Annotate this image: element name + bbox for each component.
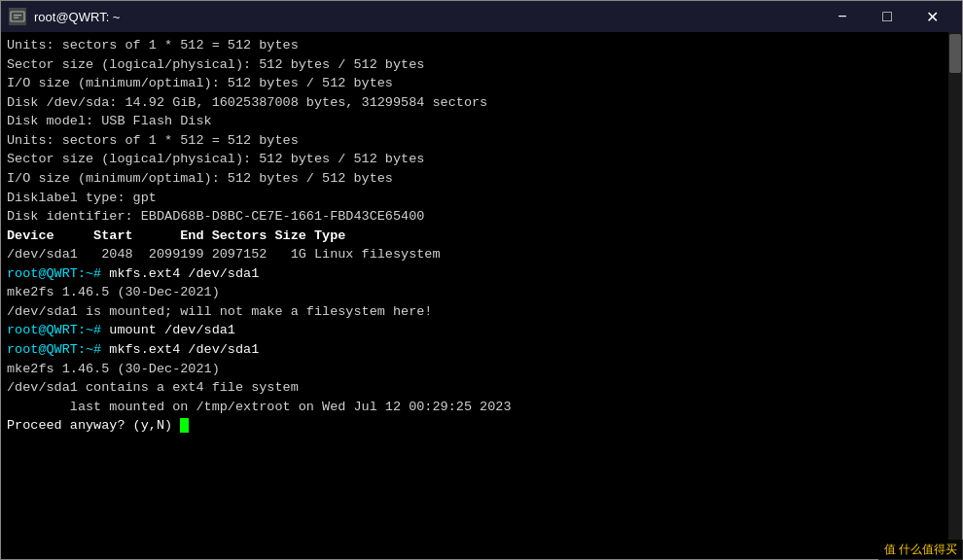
terminal-line: root@QWRT:~# umount /dev/sda1 — [7, 321, 945, 340]
terminal-line: Sector size (logical/physical): 512 byte… — [7, 55, 945, 75]
terminal-cursor — [180, 418, 189, 433]
terminal-line: Disklabel type: gpt — [7, 189, 945, 208]
svg-rect-0 — [11, 12, 24, 21]
terminal-line: /dev/sda1 2048 2099199 2097152 1G Linux … — [7, 245, 945, 264]
terminal-line: Disk /dev/sda: 14.92 GiB, 16025387008 by… — [7, 93, 945, 113]
scrollbar[interactable] — [948, 32, 962, 559]
terminal-line: mke2fs 1.46.5 (30-Dec-2021) — [7, 360, 945, 379]
minimize-button[interactable]: − — [820, 1, 865, 32]
window-icon — [9, 8, 26, 25]
terminal-line: mke2fs 1.46.5 (30-Dec-2021) — [7, 283, 945, 302]
terminal-line: Units: sectors of 1 * 512 = 512 bytes — [7, 36, 945, 55]
terminal-line: Disk model: USB Flash Disk — [7, 112, 945, 131]
svg-rect-1 — [14, 15, 21, 16]
svg-rect-2 — [14, 18, 18, 18]
title-bar-left: root@QWRT: ~ — [9, 8, 120, 25]
terminal-line: Proceed anyway? (y,N) — [7, 416, 945, 436]
window-controls: − □ ✕ — [820, 1, 954, 32]
terminal-line: root@QWRT:~# mkfs.ext4 /dev/sda1 — [7, 340, 945, 360]
scroll-thumb[interactable] — [949, 34, 961, 73]
terminal-line: last mounted on /tmp/extroot on Wed Jul … — [7, 398, 945, 417]
title-bar: root@QWRT: ~ − □ ✕ — [1, 1, 962, 32]
terminal-line: Device Start End Sectors Size Type — [7, 227, 945, 246]
terminal-line: Units: sectors of 1 * 512 = 512 bytes — [7, 131, 945, 151]
terminal-line: /dev/sda1 contains a ext4 file system — [7, 378, 945, 398]
terminal-line: I/O size (minimum/optimal): 512 bytes / … — [7, 74, 945, 93]
terminal-line: I/O size (minimum/optimal): 512 bytes / … — [7, 169, 945, 189]
window-title: root@QWRT: ~ — [34, 10, 120, 24]
maximize-button[interactable]: □ — [865, 1, 910, 32]
terminal-line: Disk identifier: EBDAD68B-D8BC-CE7E-1661… — [7, 207, 945, 227]
terminal-line: root@QWRT:~# mkfs.ext4 /dev/sda1 — [7, 264, 945, 284]
terminal-line: Sector size (logical/physical): 512 byte… — [7, 150, 945, 169]
terminal-window: root@QWRT: ~ − □ ✕ Units: sectors of 1 *… — [0, 0, 963, 560]
terminal-body: Units: sectors of 1 * 512 = 512 bytesSec… — [1, 32, 962, 559]
watermark: 值 什么值得买 — [878, 540, 963, 560]
close-button[interactable]: ✕ — [910, 1, 954, 32]
terminal-line: /dev/sda1 is mounted; will not make a fi… — [7, 302, 945, 322]
terminal-output[interactable]: Units: sectors of 1 * 512 = 512 bytesSec… — [1, 32, 948, 559]
